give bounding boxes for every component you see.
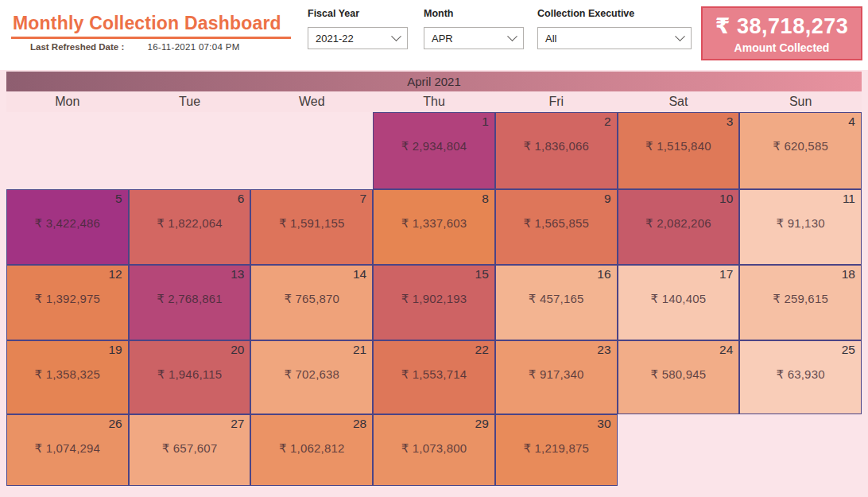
calendar-day-cell[interactable]: 9₹ 1,565,855 xyxy=(495,189,618,265)
month-slicer: Month APR xyxy=(424,8,524,49)
day-amount: ₹ 2,934,804 xyxy=(374,139,494,153)
calendar-empty-cell xyxy=(250,112,373,189)
day-number: 14 xyxy=(353,267,366,282)
day-amount: ₹ 917,340 xyxy=(496,367,617,382)
day-amount: ₹ 702,638 xyxy=(251,367,372,382)
day-number: 11 xyxy=(843,192,855,206)
calendar-day-cell[interactable]: 6₹ 1,822,064 xyxy=(129,189,251,265)
weekday-tue: Tue xyxy=(129,91,251,112)
calendar-day-cell[interactable]: 21₹ 702,638 xyxy=(250,340,373,414)
day-number: 10 xyxy=(719,192,733,206)
day-number: 6 xyxy=(238,192,245,206)
calendar-month-title: April 2021 xyxy=(6,72,862,91)
day-amount: ₹ 1,515,840 xyxy=(618,139,739,153)
day-number: 17 xyxy=(719,267,733,282)
month-label: Month xyxy=(424,8,524,19)
day-amount: ₹ 3,422,486 xyxy=(7,216,128,231)
weekday-wed: Wed xyxy=(250,91,373,112)
calendar-day-cell[interactable]: 17₹ 140,405 xyxy=(618,265,740,340)
day-number: 30 xyxy=(597,417,610,431)
calendar-day-cell[interactable]: 3₹ 1,515,840 xyxy=(618,112,740,189)
day-amount: ₹ 2,082,206 xyxy=(618,216,739,231)
calendar-day-cell[interactable]: 23₹ 917,340 xyxy=(495,340,618,414)
chevron-down-icon xyxy=(391,31,401,41)
day-amount: ₹ 1,822,064 xyxy=(130,216,250,231)
collection-executive-value: All xyxy=(545,33,556,45)
calendar-day-cell[interactable]: 30₹ 1,219,875 xyxy=(495,414,618,486)
day-number: 12 xyxy=(108,267,122,282)
calendar-day-cell[interactable]: 18₹ 259,615 xyxy=(739,265,862,340)
calendar-day-cell[interactable]: 29₹ 1,073,800 xyxy=(373,414,495,486)
weekday-fri: Fri xyxy=(495,91,618,112)
day-number: 21 xyxy=(353,343,366,357)
day-amount: ₹ 63,930 xyxy=(740,367,861,382)
calendar-day-cell[interactable]: 24₹ 580,945 xyxy=(618,340,740,414)
calendar-day-cell[interactable]: 28₹ 1,062,812 xyxy=(250,414,373,486)
calendar-day-cell[interactable]: 11₹ 91,130 xyxy=(739,189,862,265)
last-refreshed-value: 16-11-2021 07:04 PM xyxy=(147,42,239,52)
calendar-empty-cell xyxy=(6,112,129,189)
amount-collected-value: ₹ 38,718,273 xyxy=(715,14,848,39)
last-refreshed: Last Refreshed Date : 16-11-2021 07:04 P… xyxy=(30,42,240,52)
calendar-day-cell[interactable]: 20₹ 1,946,115 xyxy=(129,340,251,414)
day-number: 25 xyxy=(842,343,855,357)
calendar-day-cell[interactable]: 4₹ 620,585 xyxy=(739,112,862,189)
day-amount: ₹ 1,565,855 xyxy=(496,216,617,231)
calendar-day-cell[interactable]: 27₹ 657,607 xyxy=(129,414,251,486)
calendar-day-cell[interactable]: 12₹ 1,392,975 xyxy=(6,265,129,340)
fiscal-year-slicer: Fiscal Year 2021-22 xyxy=(308,8,408,49)
calendar-day-cell[interactable]: 16₹ 457,165 xyxy=(495,265,618,340)
calendar-grid: 1₹ 2,934,8042₹ 1,836,0663₹ 1,515,8404₹ 6… xyxy=(6,112,862,486)
weekday-thu: Thu xyxy=(373,91,495,112)
chevron-down-icon xyxy=(507,31,517,41)
day-amount: ₹ 620,585 xyxy=(740,139,861,153)
day-amount: ₹ 91,130 xyxy=(740,216,861,231)
calendar-day-cell[interactable]: 26₹ 1,074,294 xyxy=(6,414,129,486)
calendar-day-cell[interactable]: 19₹ 1,358,325 xyxy=(6,340,129,414)
calendar-day-cell[interactable]: 22₹ 1,553,714 xyxy=(373,340,495,414)
calendar-day-cell[interactable]: 2₹ 1,836,066 xyxy=(495,112,618,189)
fiscal-year-value: 2021-22 xyxy=(316,33,354,45)
day-number: 4 xyxy=(848,115,855,129)
day-number: 18 xyxy=(842,267,855,282)
dashboard-header: Monthly Collection Dashboard Last Refres… xyxy=(0,0,868,70)
day-number: 24 xyxy=(719,343,733,357)
day-number: 27 xyxy=(231,417,244,431)
day-number: 20 xyxy=(231,343,244,357)
weekday-sun: Sun xyxy=(739,91,862,112)
day-number: 1 xyxy=(482,115,489,129)
day-amount: ₹ 1,358,325 xyxy=(7,367,128,382)
day-number: 8 xyxy=(482,192,489,206)
calendar-empty-cell xyxy=(739,414,862,486)
day-amount: ₹ 1,946,115 xyxy=(130,367,250,382)
calendar-day-cell[interactable]: 1₹ 2,934,804 xyxy=(373,112,495,189)
day-amount: ₹ 1,553,714 xyxy=(374,367,494,382)
amount-collected-card: ₹ 38,718,273 Amount Collected xyxy=(701,6,862,60)
day-number: 7 xyxy=(360,192,367,206)
day-amount: ₹ 1,591,155 xyxy=(251,216,372,231)
day-amount: ₹ 140,405 xyxy=(618,292,739,306)
weekday-mon: Mon xyxy=(6,91,129,112)
day-number: 19 xyxy=(108,343,122,357)
calendar-day-cell[interactable]: 10₹ 2,082,206 xyxy=(618,189,740,265)
fiscal-year-label: Fiscal Year xyxy=(308,8,408,19)
day-amount: ₹ 1,219,875 xyxy=(496,441,617,456)
month-value: APR xyxy=(432,33,453,45)
calendar-day-cell[interactable]: 5₹ 3,422,486 xyxy=(6,189,129,265)
calendar-day-cell[interactable]: 13₹ 2,768,861 xyxy=(129,265,251,340)
day-number: 9 xyxy=(604,192,611,206)
calendar-day-cell[interactable]: 14₹ 765,870 xyxy=(250,265,373,340)
amount-collected-label: Amount Collected xyxy=(734,41,830,54)
day-amount: ₹ 657,607 xyxy=(130,441,250,456)
day-number: 16 xyxy=(597,267,610,282)
month-dropdown[interactable]: APR xyxy=(424,27,524,49)
calendar-day-cell[interactable]: 25₹ 63,930 xyxy=(739,340,862,414)
day-amount: ₹ 1,836,066 xyxy=(496,139,617,153)
calendar-day-cell[interactable]: 8₹ 1,337,603 xyxy=(373,189,495,265)
day-number: 29 xyxy=(475,417,489,431)
calendar-day-cell[interactable]: 7₹ 1,591,155 xyxy=(250,189,373,265)
day-number: 28 xyxy=(353,417,366,431)
collection-executive-dropdown[interactable]: All xyxy=(537,27,692,49)
calendar-day-cell[interactable]: 15₹ 1,902,193 xyxy=(373,265,495,340)
fiscal-year-dropdown[interactable]: 2021-22 xyxy=(308,27,408,49)
